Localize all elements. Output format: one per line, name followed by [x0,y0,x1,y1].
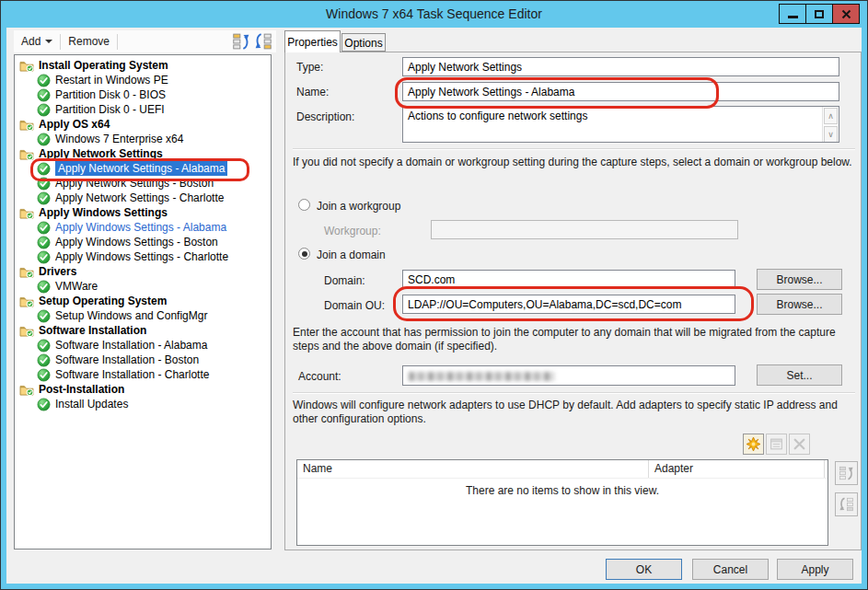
join-workgroup-label: Join a workgroup [317,200,400,213]
folder-icon [19,295,34,307]
step-check-icon [37,280,51,294]
move-step-down-button[interactable] [254,32,272,51]
tree-item-label: VMWare [55,280,98,293]
tree-group-label: Setup Operating System [39,295,167,307]
close-button[interactable] [832,4,860,24]
section-separator [293,392,855,394]
close-icon [841,9,851,19]
apply-button[interactable]: Apply [777,559,853,580]
tree-item[interactable]: Apply Network Settings - Alabama [15,161,271,176]
tree-item[interactable]: Apply Windows Settings - Boston [15,235,271,249]
reorder-icon [254,32,272,51]
tree-group[interactable]: Apply Windows Settings [15,205,271,220]
tree-item[interactable]: VMWare [15,279,271,294]
adapter-list[interactable]: NameAdapter There are no items to show i… [296,459,828,546]
tree-item[interactable]: Restart in Windows PE [15,73,271,87]
domain-ou-value: LDAP://OU=Computers,OU=Alabama,DC=scd,DC… [408,298,681,311]
tree-item-label: Apply Windows Settings - Alabama [55,221,226,234]
tree-group[interactable]: Install Operating System [15,58,271,73]
tree-group[interactable]: Drivers [15,264,271,279]
remove-button-label: Remove [68,35,110,48]
delete-x-icon [792,436,807,452]
title-bar[interactable]: Windows 7 x64 Task Sequence Editor [1,1,867,28]
task-sequence-tree[interactable]: Install Operating SystemRestart in Windo… [14,54,272,550]
column-header-adapter[interactable]: Adapter [649,460,825,478]
move-step-up-button[interactable] [232,32,250,51]
tab-options[interactable]: Options [341,33,386,52]
tree-item[interactable]: Apply Network Settings - Boston [15,176,271,191]
folder-icon [19,325,34,337]
tree-item[interactable]: Setup Windows and ConfigMgr [15,308,271,323]
tree-group-label: Apply OS x64 [39,118,110,131]
column-header-name[interactable]: Name [297,460,649,478]
join-workgroup-radio[interactable] [298,199,310,211]
description-field[interactable]: Actions to configure network settings ∧ … [402,106,839,143]
tree-item[interactable]: Apply Network Settings - Charlotte [15,191,271,205]
dropdown-caret-icon [45,40,52,43]
step-check-icon [37,236,51,249]
step-check-icon [37,88,51,102]
tree-item[interactable]: Apply Windows Settings - Charlotte [15,249,271,264]
tree-item[interactable]: Partition Disk 0 - UEFI [15,102,271,117]
scroll-up-button[interactable]: ∧ [824,108,838,124]
tree-group[interactable]: Setup Operating System [15,294,271,308]
tree-group[interactable]: Post-Installation [15,382,271,397]
add-button-label: Add [21,35,41,48]
maximize-button[interactable] [805,4,833,24]
step-check-icon [37,177,51,191]
tree-item[interactable]: Software Installation - Boston [15,353,271,367]
new-adapter-button[interactable] [743,434,764,455]
tree-item[interactable]: Apply Windows Settings - Alabama [15,220,271,235]
step-check-icon [37,221,51,235]
step-check-icon [37,339,51,353]
tree-group-label: Apply Network Settings [39,147,163,160]
tree-item-label: Install Updates [55,398,128,411]
tree-group-label: Software Installation [39,324,146,337]
tree-group-label: Apply Windows Settings [39,206,168,219]
tree-item[interactable]: Windows 7 Enterprise x64 [15,132,271,146]
step-check-icon [37,133,51,146]
type-label: Type: [296,61,323,74]
tree-group[interactable]: Apply OS x64 [15,117,271,132]
delete-adapter-button [789,434,810,455]
reorder-icon [839,465,854,481]
account-field[interactable] [402,365,735,386]
domain-browse-button[interactable]: Browse... [757,269,842,290]
folder-icon [19,148,34,160]
tree-item-label: Apply Network Settings - Charlotte [55,191,224,204]
dialog-client-area: Add Remove Install Operating SystemResta… [6,28,862,584]
step-check-icon [37,191,51,205]
tree-item-label: Software Installation - Boston [55,353,199,366]
workgroup-field [431,220,738,239]
remove-button[interactable]: Remove [61,32,117,51]
account-value-redacted [409,372,554,381]
tree-item-label: Apply Network Settings - Alabama [55,161,227,176]
tree-item[interactable]: Install Updates [15,397,271,411]
join-domain-radio[interactable] [298,248,310,260]
domain-value: SCD.com [408,273,455,286]
step-check-icon [37,74,51,87]
tree-item-label: Apply Network Settings - Boston [55,177,214,190]
domain-ou-field[interactable]: LDAP://OU=Computers,OU=Alabama,DC=scd,DC… [402,295,735,314]
tree-item[interactable]: Partition Disk 0 - BIOS [15,87,271,102]
move-adapter-down-button [835,492,858,516]
tab-properties[interactable]: Properties [284,30,341,52]
domain-field[interactable]: SCD.com [402,270,735,289]
domain-ou-browse-button[interactable]: Browse... [757,294,842,315]
set-account-button[interactable]: Set... [757,364,842,386]
domain-intro-text: If you did not specify a domain or workg… [293,156,858,169]
add-button[interactable]: Add [14,32,60,51]
toolbar: Add Remove [14,30,276,52]
tree-item[interactable]: Software Installation - Alabama [15,338,271,353]
name-field[interactable]: Apply Network Settings - Alabama [402,82,839,101]
tree-item[interactable]: Software Installation - Charlotte [15,367,271,382]
minimize-button[interactable] [779,4,806,24]
type-field[interactable]: Apply Network Settings [402,57,839,76]
ok-button[interactable]: OK [606,559,682,580]
type-value: Apply Network Settings [408,61,522,74]
step-check-icon [37,368,51,382]
tree-group[interactable]: Software Installation [15,323,271,338]
cancel-button[interactable]: Cancel [692,559,769,580]
tree-group[interactable]: Apply Network Settings [15,146,271,161]
scroll-down-button[interactable]: ∨ [824,126,838,143]
